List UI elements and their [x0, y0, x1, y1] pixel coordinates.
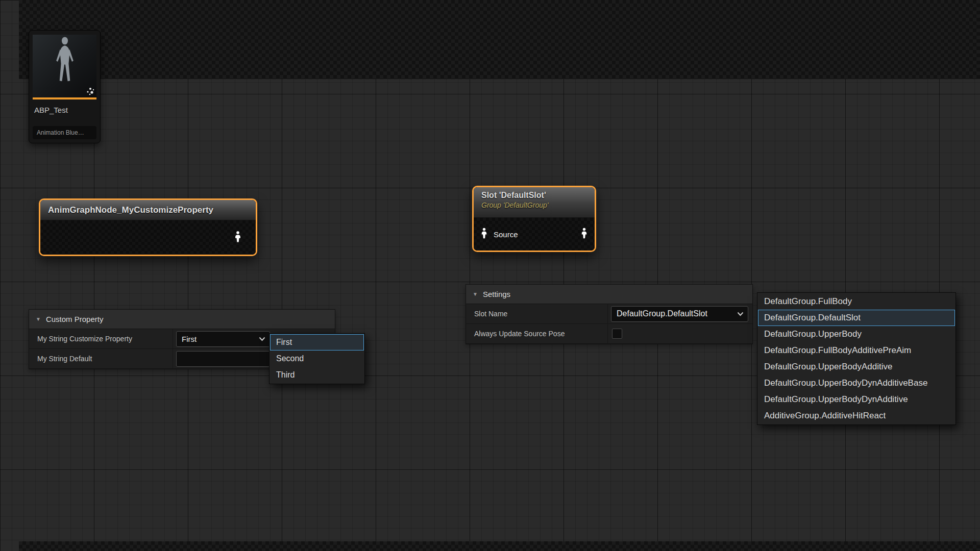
- mannequin-figure-icon: [51, 35, 79, 88]
- settings-header[interactable]: ▼ Settings: [466, 285, 752, 304]
- custom-property-header-label: Custom Property: [46, 315, 104, 323]
- node-header[interactable]: Slot 'DefaultSlot' Group 'DefaultGroup': [474, 187, 595, 218]
- slot-name-dropdown-value: DefaultGroup.DefaultSlot: [617, 309, 707, 318]
- node-anim-graph-customize-property[interactable]: AnimGraphNode_MyCustomizeProperty: [39, 198, 257, 256]
- string-dropdown-menu: First Second Third: [269, 333, 365, 384]
- always-update-source-pose-checkbox[interactable]: [612, 329, 622, 339]
- asset-type-label: Animation Blue…: [33, 126, 96, 139]
- menu-item-defaultslot[interactable]: DefaultGroup.DefaultSlot: [758, 310, 955, 326]
- menu-item-fullbody[interactable]: DefaultGroup.FullBody: [758, 293, 955, 310]
- string-customize-dropdown[interactable]: First: [176, 331, 270, 347]
- menu-item-upperbodyadditive[interactable]: DefaultGroup.UpperBodyAdditive: [758, 359, 955, 375]
- bottom-dark-band: [19, 541, 980, 551]
- custom-property-header[interactable]: ▼ Custom Property: [29, 310, 335, 329]
- property-label: Always Update Source Pose: [466, 324, 608, 343]
- node-title: Slot 'DefaultSlot': [481, 191, 595, 200]
- slot-name-dropdown-menu: DefaultGroup.FullBody DefaultGroup.Defau…: [757, 292, 956, 425]
- source-pin-label: Source: [494, 230, 575, 239]
- menu-item-upperbodydynadditivebase[interactable]: DefaultGroup.UpperBodyDynAdditiveBase: [758, 375, 955, 391]
- menu-item-fullbodyadditivepreaim[interactable]: DefaultGroup.FullBodyAdditivePreAim: [758, 342, 955, 359]
- settings-header-label: Settings: [483, 290, 510, 298]
- chevron-down-icon: [737, 312, 744, 316]
- string-customize-dropdown-value: First: [182, 335, 197, 343]
- source-input-pin[interactable]: [480, 228, 488, 241]
- node-subtitle: Group 'DefaultGroup': [481, 201, 595, 209]
- property-label: My String Default: [29, 349, 173, 368]
- menu-item-additivehitreact[interactable]: AdditiveGroup.AdditiveHitReact: [758, 408, 955, 424]
- menu-item-second[interactable]: Second: [270, 350, 364, 367]
- settings-panel: ▼ Settings Slot Name DefaultGroup.Defaul…: [465, 284, 753, 344]
- chevron-down-icon: [259, 337, 265, 341]
- top-dark-band: [19, 0, 980, 79]
- node-slot-defaultslot[interactable]: Slot 'DefaultSlot' Group 'DefaultGroup' …: [472, 186, 596, 252]
- pose-output-pin[interactable]: [233, 231, 242, 244]
- node-title: AnimGraphNode_MyCustomizeProperty: [48, 205, 213, 215]
- menu-item-upperbodydynadditive[interactable]: DefaultGroup.UpperBodyDynAdditive: [758, 391, 955, 408]
- slot-name-dropdown[interactable]: DefaultGroup.DefaultSlot: [611, 306, 748, 322]
- asset-card-abp-test[interactable]: ABP_Test Animation Blue…: [29, 30, 101, 143]
- property-row-always-update: Always Update Source Pose: [466, 324, 752, 344]
- string-default-input[interactable]: [176, 351, 270, 367]
- collapse-arrow-icon[interactable]: ▼: [473, 291, 478, 297]
- node-body: Source: [474, 218, 595, 251]
- property-label: Slot Name: [466, 304, 608, 323]
- asset-thumbnail: [33, 35, 96, 97]
- property-label: My String Customize Property: [29, 329, 173, 348]
- menu-item-upperbody[interactable]: DefaultGroup.UpperBody: [758, 326, 955, 342]
- collapse-arrow-icon[interactable]: ▼: [36, 316, 41, 322]
- asset-title: ABP_Test: [29, 99, 100, 116]
- particle-sparkle-icon: [85, 86, 95, 96]
- pose-output-pin[interactable]: [580, 228, 589, 241]
- node-header[interactable]: AnimGraphNode_MyCustomizeProperty: [40, 200, 256, 220]
- node-body: [40, 220, 256, 255]
- menu-item-third[interactable]: Third: [270, 367, 364, 383]
- property-row-slot-name: Slot Name DefaultGroup.DefaultSlot: [466, 304, 752, 324]
- menu-item-first[interactable]: First: [270, 334, 364, 350]
